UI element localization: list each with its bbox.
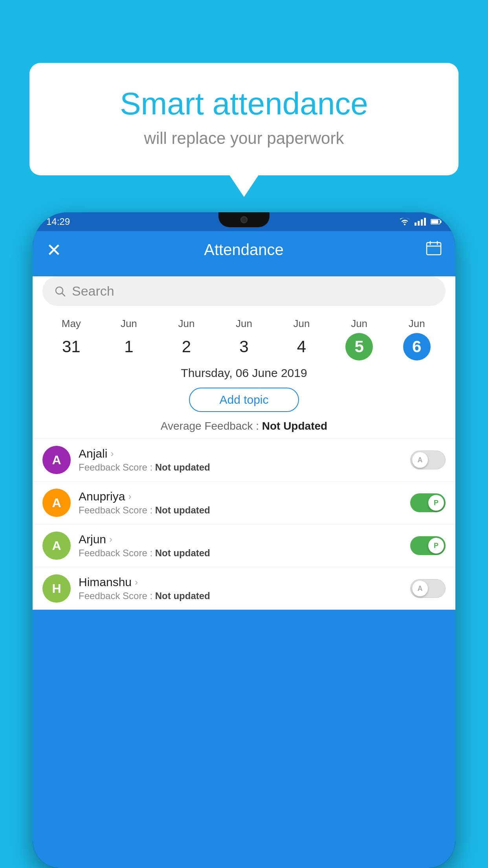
- svg-rect-2: [440, 221, 442, 223]
- bubble-title: Smart attendance: [53, 86, 435, 121]
- app-bar: ✕ Attendance: [33, 231, 455, 268]
- wifi-icon: [400, 218, 410, 226]
- search-bar[interactable]: Search: [42, 276, 446, 306]
- status-icons: [400, 218, 442, 226]
- cal-day-5[interactable]: Jun 5: [345, 318, 373, 360]
- avg-feedback: Average Feedback : Not Updated: [33, 418, 455, 438]
- student-info-anupriya: Anupriya › Feedback Score : Not updated: [79, 490, 410, 516]
- student-list: A Anjali › Feedback Score : Not updated …: [33, 438, 455, 610]
- calendar-button[interactable]: [426, 241, 442, 259]
- avatar-anupriya: A: [42, 489, 71, 517]
- toggle-anjali[interactable]: A: [410, 451, 446, 469]
- toggle-anupriya[interactable]: P: [410, 493, 446, 512]
- speech-bubble: Smart attendance will replace your paper…: [29, 63, 459, 175]
- status-time: 14:29: [46, 216, 70, 227]
- search-placeholder: Search: [72, 283, 114, 299]
- student-item-arjun[interactable]: A Arjun › Feedback Score : Not updated P: [33, 524, 455, 567]
- search-icon: [54, 285, 66, 297]
- svg-rect-1: [431, 220, 438, 224]
- phone-screen: 14:29: [33, 212, 455, 868]
- svg-rect-3: [427, 243, 441, 255]
- cal-day-6[interactable]: Jun 6: [403, 318, 431, 360]
- add-topic-button[interactable]: Add topic: [189, 388, 299, 412]
- chevron-icon: ›: [110, 448, 114, 459]
- student-info-arjun: Arjun › Feedback Score : Not updated: [79, 533, 410, 559]
- cal-day-3[interactable]: Jun 3: [230, 318, 258, 360]
- content-area: Search May 31 Jun 1 Jun 2 Jun 3: [33, 276, 455, 610]
- close-button[interactable]: ✕: [46, 241, 62, 259]
- avatar-anjali: A: [42, 446, 71, 474]
- calendar-row: May 31 Jun 1 Jun 2 Jun 3 Jun 4: [33, 312, 455, 362]
- bubble-subtitle: will replace your paperwork: [53, 129, 435, 148]
- toggle-himanshu[interactable]: A: [410, 579, 446, 598]
- avatar-arjun: A: [42, 531, 71, 560]
- chevron-icon: ›: [109, 534, 112, 545]
- toggle-arjun[interactable]: P: [410, 536, 446, 555]
- front-camera: [240, 216, 248, 223]
- student-item-himanshu[interactable]: H Himanshu › Feedback Score : Not update…: [33, 567, 455, 610]
- cal-day-4[interactable]: Jun 4: [288, 318, 316, 360]
- student-item-anjali[interactable]: A Anjali › Feedback Score : Not updated …: [33, 438, 455, 481]
- avatar-himanshu: H: [42, 574, 71, 603]
- app-bar-title: Attendance: [204, 241, 283, 259]
- battery-icon: [431, 219, 442, 225]
- signal-icon: [415, 218, 426, 226]
- chevron-icon: ›: [128, 491, 131, 502]
- chevron-icon: ›: [135, 577, 138, 588]
- student-item-anupriya[interactable]: A Anupriya › Feedback Score : Not update…: [33, 481, 455, 524]
- phone-frame: 14:29: [33, 212, 455, 868]
- cal-day-1[interactable]: Jun 1: [115, 318, 143, 360]
- phone-notch: [218, 212, 270, 227]
- status-bar: 14:29: [33, 212, 455, 231]
- svg-line-8: [62, 293, 65, 296]
- cal-day-0[interactable]: May 31: [57, 318, 85, 360]
- selected-date: Thursday, 06 June 2019: [33, 362, 455, 382]
- student-info-himanshu: Himanshu › Feedback Score : Not updated: [79, 576, 410, 601]
- cal-day-2[interactable]: Jun 2: [172, 318, 200, 360]
- student-info-anjali: Anjali › Feedback Score : Not updated: [79, 447, 410, 473]
